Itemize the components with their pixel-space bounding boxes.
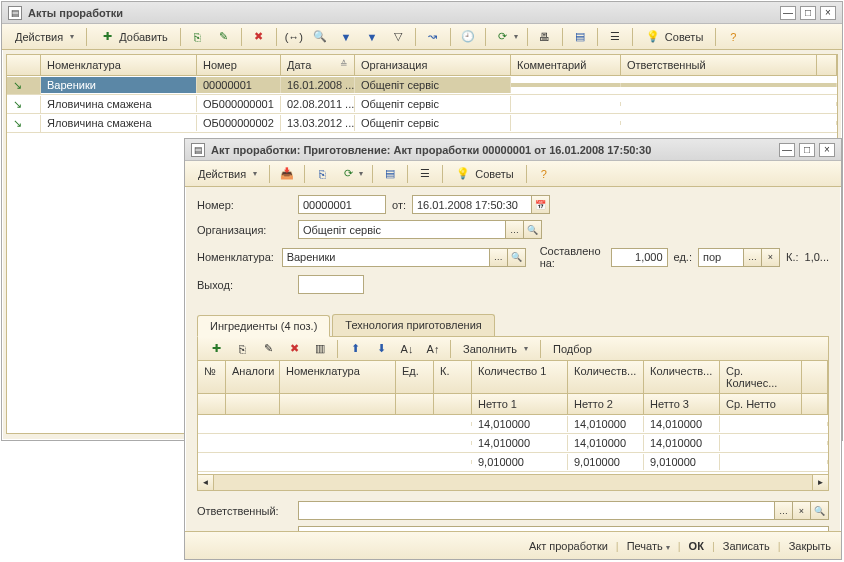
col-org[interactable]: Организация [355, 55, 511, 75]
org-dots-button[interactable]: … [506, 220, 524, 239]
date-picker-button[interactable]: 📅 [532, 195, 550, 214]
fill-menu[interactable]: Заполнить [456, 339, 535, 359]
ig-row[interactable]: 14,010000 14,010000 14,010000 [198, 434, 828, 453]
resp-dots-button[interactable]: … [775, 501, 793, 520]
find-button[interactable]: 🔍 [308, 27, 332, 47]
col-an[interactable]: Аналоги [226, 361, 280, 393]
col-ed[interactable]: Ед. [396, 361, 434, 393]
unit-clear-button[interactable]: × [762, 248, 780, 267]
unit-dots-button[interactable]: … [744, 248, 762, 267]
resp-clear-button[interactable]: × [793, 501, 811, 520]
col-n1[interactable]: Нетто 1 [472, 394, 568, 414]
row-copy-button[interactable]: ⎘ [230, 339, 254, 359]
tab-technology[interactable]: Технология приготовления [332, 314, 494, 336]
tips-button[interactable]: 💡Советы [448, 164, 520, 184]
col-q3[interactable]: Количеств... [644, 361, 720, 393]
nom-input[interactable]: Вареники [282, 248, 490, 267]
print-button[interactable]: Печать [627, 540, 670, 552]
nav-button[interactable]: 🕘 [456, 27, 480, 47]
col-q2[interactable]: Количеств... [568, 361, 644, 393]
save-button[interactable]: Записать [723, 540, 770, 552]
num-input[interactable]: 00000001 [298, 195, 386, 214]
ig-row[interactable]: 14,010000 14,010000 14,010000 [198, 415, 828, 434]
filter-button[interactable]: ▼ [334, 27, 358, 47]
row-add-button[interactable]: ✚ [204, 339, 228, 359]
row-delete-button[interactable]: ✖ [282, 339, 306, 359]
row-clear-button[interactable]: ▥ [308, 339, 332, 359]
resp-input[interactable] [298, 501, 775, 520]
copyfrom-button[interactable]: ⎘ [310, 164, 334, 184]
col-date[interactable]: Дата≙ [281, 55, 355, 75]
nom-dots-button[interactable]: … [490, 248, 508, 267]
pick-button[interactable]: Подбор [546, 339, 599, 359]
maximize-button[interactable]: □ [800, 6, 816, 20]
close-button[interactable]: × [820, 6, 836, 20]
org-input[interactable]: Общепіт сервіс [298, 220, 506, 239]
move-button[interactable]: ↝ [421, 27, 445, 47]
col-q1[interactable]: Количество 1 [472, 361, 568, 393]
col-k[interactable]: К. [434, 361, 472, 393]
sort-asc-button[interactable]: A↓ [395, 339, 419, 359]
print-button[interactable]: 🖶 [533, 27, 557, 47]
resp-search-button[interactable]: 🔍 [811, 501, 829, 520]
out-input[interactable] [298, 275, 364, 294]
col-resp[interactable]: Ответственный [621, 55, 817, 75]
col-ic[interactable] [7, 55, 41, 75]
list-button[interactable]: ☰ [413, 164, 437, 184]
close-button[interactable]: × [819, 143, 835, 157]
col-nom2[interactable]: Номенклатура [280, 361, 396, 393]
row-up-button[interactable]: ⬆ [343, 339, 367, 359]
date-input[interactable]: 16.01.2008 17:50:30 [412, 195, 532, 214]
table-row[interactable]: ↘ Яловичина смажена ОБ000000002 13.03.20… [7, 114, 837, 133]
ok-button[interactable]: ОК [689, 540, 704, 552]
scroll-left-button[interactable]: ◄ [198, 475, 214, 490]
row-edit-button[interactable]: ✎ [256, 339, 280, 359]
qty-label: Составлено на: [540, 245, 606, 269]
minimize-button[interactable]: — [779, 143, 795, 157]
col-comm[interactable]: Комментарий [511, 55, 621, 75]
save-button[interactable]: 📥 [275, 164, 299, 184]
list-button[interactable]: ☰ [603, 27, 627, 47]
copy-button[interactable]: ⎘ [186, 27, 210, 47]
col-nom[interactable]: Номенклатура [41, 55, 197, 75]
add-button[interactable]: ✚Добавить [92, 27, 175, 47]
col-n3[interactable]: Нетто 3 [644, 394, 720, 414]
scroll-right-button[interactable]: ► [812, 475, 828, 490]
col-sn[interactable]: Ср. Нетто [720, 394, 802, 414]
help-button[interactable]: ? [532, 164, 556, 184]
close-button[interactable]: Закрыть [789, 540, 831, 552]
nom-search-button[interactable]: 🔍 [508, 248, 526, 267]
separator [337, 340, 338, 358]
clear-filter-button[interactable]: ▽ [386, 27, 410, 47]
org-search-button[interactable]: 🔍 [524, 220, 542, 239]
minimize-button[interactable]: — [780, 6, 796, 20]
sort-desc-button[interactable]: A↑ [421, 339, 445, 359]
col-sq[interactable]: Ср. Количес... [720, 361, 802, 393]
delete-button[interactable]: ✖ [247, 27, 271, 47]
refresh-button[interactable]: ⟳ [336, 164, 367, 184]
tab-ingredients[interactable]: Ингредиенты (4 поз.) [197, 315, 330, 337]
h-scrollbar[interactable]: ◄ ► [197, 475, 829, 491]
table-row[interactable]: ↘ Яловичина смажена ОБ000000001 02.08.20… [7, 95, 837, 114]
doc-button[interactable]: ▤ [568, 27, 592, 47]
refresh-button[interactable]: ⟳ [491, 27, 522, 47]
table-row[interactable]: ↘ Вареники 00000001 16.01.2008 ... Общеп… [7, 76, 837, 95]
form-body: Номер: 00000001 от: 16.01.2008 17:50:30 … [185, 187, 841, 308]
maximize-button[interactable]: □ [799, 143, 815, 157]
help-button[interactable]: ? [721, 27, 745, 47]
ig-row[interactable]: 9,010000 9,010000 9,010000 [198, 453, 828, 472]
col-n[interactable]: № [198, 361, 226, 393]
qty-input[interactable]: 1,000 [611, 248, 667, 267]
tips-button[interactable]: 💡Советы [638, 27, 710, 47]
row-down-button[interactable]: ⬇ [369, 339, 393, 359]
actions-menu[interactable]: Действия [191, 164, 264, 184]
col-num[interactable]: Номер [197, 55, 281, 75]
filter2-button[interactable]: ▼ [360, 27, 384, 47]
act-button[interactable]: Акт проработки [529, 540, 608, 552]
edit-button[interactable]: ✎ [212, 27, 236, 47]
col-n2[interactable]: Нетто 2 [568, 394, 644, 414]
unit-input[interactable]: пор [698, 248, 744, 267]
actions-menu[interactable]: Действия [8, 27, 81, 47]
doc-button[interactable]: ▤ [378, 164, 402, 184]
period-button[interactable]: (↔) [282, 27, 306, 47]
